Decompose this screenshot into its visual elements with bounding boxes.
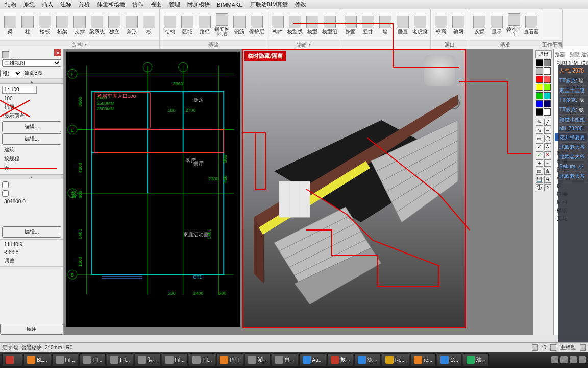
menu-item[interactable]: BIMMAKE (214, 1, 246, 8)
taskbar-item[interactable]: 白... (272, 353, 298, 366)
ribbon-button[interactable]: 钢筋网区域 (214, 11, 230, 39)
x-tool-icon[interactable]: ✕ (544, 151, 551, 158)
apply-button[interactable]: 应用 (0, 324, 63, 335)
ribbon-button[interactable]: 按面 (342, 11, 359, 39)
menu-item[interactable]: 修改 (292, 0, 309, 9)
ribbon-button[interactable]: 墙 (377, 11, 394, 39)
taskbar-item[interactable]: 装... (134, 353, 160, 366)
plus-tool-icon[interactable]: ＋ (536, 159, 543, 167)
color-swatch-gray[interactable] (544, 59, 551, 66)
menu-item[interactable]: 视图 (148, 0, 165, 9)
view-match-select[interactable]: 维) (0, 70, 22, 77)
color-swatch-ltgray[interactable] (536, 67, 543, 75)
checkbox-1[interactable] (2, 181, 9, 188)
ribbon-button[interactable]: 模型线 (287, 11, 303, 39)
dropdown-icon[interactable]: ▾ (85, 42, 87, 47)
tray-icon[interactable] (579, 356, 586, 363)
taskbar-item[interactable]: C... (437, 353, 462, 366)
ribbon-button[interactable]: 查看器 (523, 11, 540, 39)
arrow-tool-icon[interactable]: ↘ (536, 127, 543, 134)
start-button[interactable] (2, 353, 22, 366)
ribbon-button[interactable]: 独立 (106, 11, 122, 39)
ribbon-button[interactable]: 板 (141, 11, 157, 39)
ellipse-tool-icon[interactable]: ◯ (544, 135, 551, 142)
taskbar-item[interactable]: Fil... (52, 353, 79, 366)
close-panel-button[interactable]: ✕ (54, 49, 61, 56)
color-swatch-green[interactable] (536, 92, 543, 99)
status-icon[interactable] (532, 344, 538, 351)
pen-tool-icon[interactable]: ✎ (536, 119, 543, 126)
taskbar-item[interactable]: 教... (327, 353, 353, 366)
doc-tool-icon[interactable]: ▤ (536, 168, 543, 175)
taskbar-item[interactable]: 练... (354, 353, 380, 366)
ribbon-button[interactable]: 保护层 (249, 11, 265, 39)
ribbon-button[interactable]: 梁系统 (89, 11, 105, 39)
taskbar-item[interactable]: Fil... (107, 353, 133, 366)
check-tool-icon[interactable]: ✓ (536, 143, 543, 150)
line-tool-icon[interactable]: ╱ (544, 119, 551, 126)
menu-item[interactable]: 注释 (57, 0, 75, 9)
trash-tool-icon[interactable]: 🗑 (544, 168, 551, 175)
color-swatch-blue[interactable] (536, 100, 543, 107)
edit-button-1[interactable]: 编辑... (2, 121, 61, 132)
ribbon-button[interactable]: 模型 (304, 11, 321, 39)
tray-icon[interactable] (560, 356, 568, 363)
check2-tool-icon[interactable]: ✓ (536, 151, 543, 158)
taskbar-item[interactable]: Fil... (79, 353, 106, 366)
ribbon-button[interactable]: 老虎窗 (412, 11, 428, 39)
color-swatch-dkblue[interactable] (544, 100, 551, 107)
ribbon-button[interactable]: 梁 (2, 11, 18, 39)
taskbar-item[interactable]: Fil... (189, 353, 215, 366)
tray-icon[interactable] (570, 356, 577, 363)
ribbon-button[interactable]: 垂直 (395, 11, 411, 39)
ribbon-button[interactable]: 条形 (124, 11, 140, 39)
edit-button-3[interactable]: 编辑... (2, 226, 61, 238)
edit-button-2[interactable]: 编辑... (2, 133, 61, 145)
ribbon-button[interactable]: 显示 (488, 11, 505, 39)
menu-item[interactable]: 插入 (39, 0, 56, 9)
info-tool-icon[interactable]: ⓘ (536, 184, 543, 191)
color-swatch-yellow[interactable] (536, 84, 543, 91)
ribbon-button[interactable]: 设置 (471, 11, 487, 39)
ribbon-button[interactable]: 轴网 (450, 11, 467, 39)
menu-item[interactable]: 分析 (76, 0, 93, 9)
color-swatch-red[interactable] (536, 76, 543, 83)
text-tool-icon[interactable]: A (544, 143, 551, 150)
help-tool-icon[interactable]: ? (544, 184, 551, 191)
status-icon[interactable] (580, 344, 586, 351)
color-swatch-cyan[interactable] (544, 92, 551, 99)
taskbar-item[interactable]: PPT (216, 353, 243, 366)
menu-item[interactable]: 管理 (166, 0, 183, 9)
taskbar-item[interactable]: Re... (382, 353, 409, 366)
ribbon-button[interactable]: 模型组 (322, 11, 338, 39)
ribbon-button[interactable]: 桁架 (54, 11, 70, 39)
ribbon-button[interactable]: 参照平面 (506, 11, 522, 39)
ribbon-button[interactable]: 标高 (433, 11, 449, 39)
color-swatch-white2[interactable] (544, 108, 551, 116)
menu-item[interactable]: 附加模块 (184, 0, 213, 9)
color-swatch-lime[interactable] (544, 84, 551, 91)
line2-tool-icon[interactable]: ─ (544, 127, 551, 134)
menu-item[interactable]: 协作 (129, 0, 146, 9)
ribbon-button[interactable]: 构件 (270, 11, 286, 39)
menu-item[interactable]: 结构 (2, 0, 19, 9)
taskbar-item[interactable]: 建... (463, 353, 489, 366)
minus-tool-icon[interactable]: － (544, 159, 551, 167)
ribbon-button[interactable]: 路径 (197, 11, 213, 39)
ribbon-button[interactable]: 柱 (19, 11, 36, 39)
taskbar-item[interactable]: re... (410, 353, 436, 366)
ribbon-button[interactable]: 结构 (162, 11, 178, 39)
ribbon-button[interactable]: 钢筋 (231, 11, 248, 39)
view-type-select[interactable]: 三维视图 (2, 59, 61, 67)
3d-view-canvas[interactable]: 临时隐藏/隔离 (243, 50, 465, 327)
color-swatch-ltred[interactable] (544, 76, 551, 83)
rect-tool-icon[interactable]: ▭ (536, 135, 543, 142)
ribbon-button[interactable]: 竖井 (360, 11, 376, 39)
plan-view-canvas[interactable]: F E C B 3660 3600 2400 2500MM 2600MM 270… (66, 52, 240, 327)
color-swatch-white[interactable] (544, 67, 551, 75)
status-main-model[interactable]: 主模型 (560, 344, 576, 351)
ribbon-button[interactable]: 楼板 (37, 11, 53, 39)
color-swatch-black2[interactable] (536, 108, 543, 116)
print-tool-icon[interactable]: 🖨 (544, 176, 551, 183)
taskbar-item[interactable]: Fil... (162, 353, 188, 366)
